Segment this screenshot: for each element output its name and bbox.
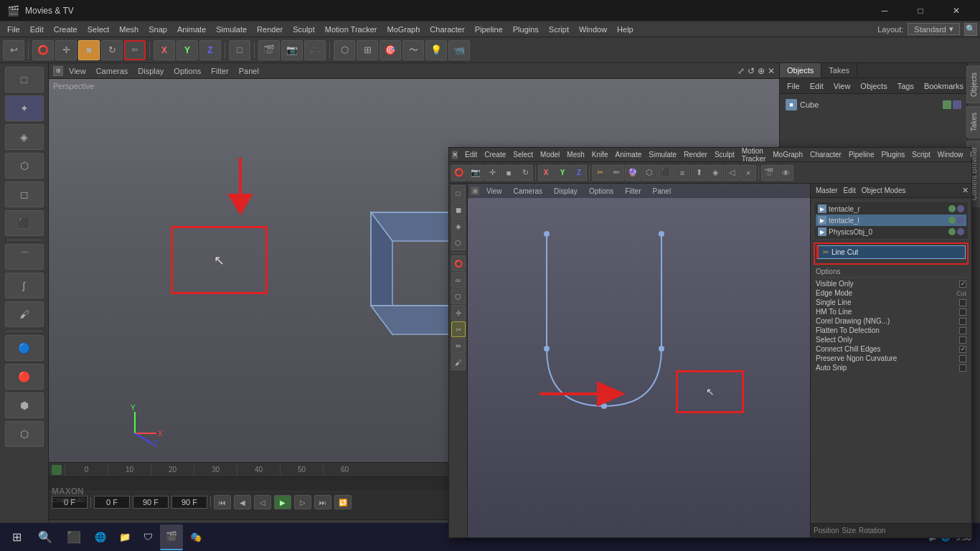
taskbar-movies[interactable]: 🎬 [160, 524, 183, 550]
viewport-grid-icon[interactable]: ⊞ [53, 66, 63, 76]
ov-sculpt[interactable]: Sculpt [712, 150, 738, 159]
rp-file[interactable]: File [783, 80, 804, 92]
object-visibility-dot[interactable] [943, 100, 951, 109]
cube-object-item[interactable]: ■ Cube [783, 97, 964, 113]
go-end-button[interactable]: ⏭ [314, 495, 331, 509]
ov-window[interactable]: Window [935, 150, 966, 159]
spline-button[interactable]: ∫ [5, 273, 44, 298]
opt-corel[interactable]: Corel Drawing (NNG...) [814, 316, 969, 326]
viewport-maximize-button[interactable]: ⊕ [758, 66, 765, 76]
or-render-dot-p[interactable] [957, 228, 964, 235]
line-cut-item[interactable]: ✂ Line Cut [816, 245, 966, 259]
ov-tb-scale[interactable]: ■ [501, 165, 517, 181]
ov-tb-bevel[interactable]: ◈ [707, 165, 723, 181]
ov-tb-fill[interactable]: ⬛ [658, 165, 674, 181]
light-button[interactable]: 💡 [425, 40, 447, 60]
play-button[interactable]: ▶ [274, 495, 291, 509]
ov-tb-rotate[interactable]: ↻ [517, 165, 533, 181]
ov-lt-lasso[interactable]: ∞ [451, 272, 466, 288]
opt-visible-only[interactable]: Visible Only ✓ [814, 279, 969, 288]
edge-mode-button[interactable]: ◈ [5, 124, 44, 150]
paint-button[interactable]: 🔴 [5, 364, 44, 390]
go-start-button[interactable]: ⏮ [214, 495, 231, 509]
object-render-dot[interactable] [953, 100, 961, 109]
vtab-takes[interactable]: Takes [966, 106, 980, 138]
polygon-mode-button[interactable]: ✦ [5, 95, 44, 121]
rp-tags[interactable]: Tags [893, 80, 918, 92]
ov-tb-z[interactable]: Z [571, 165, 587, 181]
menu-snap[interactable]: Snap [144, 24, 171, 35]
ov-animate[interactable]: Animate [613, 150, 645, 159]
menu-animate[interactable]: Animate [173, 24, 210, 35]
ov-tb-render[interactable]: 🎬 [761, 165, 777, 181]
deform-button[interactable]: 〜 [402, 40, 424, 60]
scale-tool-button[interactable]: ■ [78, 40, 100, 60]
snap-button[interactable]: 🎯 [380, 40, 401, 60]
end-frame-display[interactable]: 90 F [133, 496, 169, 509]
ov-vp-grid-icon[interactable]: ⊞ [471, 187, 479, 195]
overlay-close-icon[interactable]: ✕ [452, 151, 458, 159]
ov-tb-bridge[interactable]: ≡ [674, 165, 690, 181]
opt-preserve-ngon[interactable]: Preserve Ngon Curvature [814, 354, 969, 363]
or-object-modes[interactable]: Object Modes [859, 186, 908, 195]
opt-edge-mode[interactable]: Edge Mode Cut [814, 288, 969, 298]
ov-tb-pen[interactable]: ✏ [608, 165, 624, 181]
opt-flatten[interactable]: Flatten To Defection [814, 326, 969, 335]
viewport-options[interactable]: Options [169, 65, 205, 77]
ov-lt-edge[interactable]: ◈ [451, 218, 466, 234]
viewport-panel[interactable]: Panel [235, 65, 263, 77]
menu-create[interactable]: Create [50, 24, 82, 35]
ov-lt-move[interactable]: ✛ [451, 305, 466, 321]
ov-tb-camera[interactable]: 📷 [468, 165, 484, 181]
menu-edit[interactable]: Edit [26, 24, 48, 35]
preview-end-frame-display[interactable]: 90 F [171, 496, 207, 509]
or-vis-dot-p[interactable] [948, 228, 956, 235]
menu-mograph[interactable]: MoGraph [382, 24, 424, 35]
menu-help[interactable]: Help [613, 24, 638, 35]
ov-vp-view[interactable]: View [482, 186, 507, 197]
x-axis-button[interactable]: X [154, 40, 175, 60]
taskbar-shield[interactable]: 🛡 [138, 524, 159, 550]
or-vis-dot-r[interactable] [948, 205, 956, 212]
layout-dropdown[interactable]: Standard ▾ [908, 23, 960, 35]
menu-select[interactable]: Select [83, 24, 114, 35]
ov-mesh[interactable]: Mesh [564, 150, 587, 159]
ov-vp-panel[interactable]: Panel [649, 186, 676, 197]
ov-tb-extrude[interactable]: ⬆ [691, 165, 707, 181]
ov-script[interactable]: Script [909, 150, 933, 159]
ov-lt-poly[interactable]: ⬡ [451, 288, 466, 304]
opt-connect-chill[interactable]: Connect Chill Edges ✓ [814, 344, 969, 354]
close-button[interactable]: ✕ [940, 0, 973, 22]
rp-objects[interactable]: Objects [856, 80, 891, 92]
tab-objects[interactable]: Objects [780, 63, 821, 77]
ov-create[interactable]: Create [481, 150, 509, 159]
sculpt-lt-button[interactable]: 🔵 [5, 335, 44, 361]
active-tool-button[interactable]: ✄ [124, 40, 146, 60]
task-view-button[interactable]: ⬛ [60, 524, 88, 550]
taskbar-edge[interactable]: 🌐 [89, 524, 112, 550]
timeline-record-button[interactable] [52, 465, 62, 475]
viewport-shading-button[interactable]: ⬡ [334, 40, 355, 60]
render-button[interactable]: 🎬 [258, 40, 280, 60]
grid-button[interactable]: ⊞ [357, 40, 378, 60]
ov-lt-select[interactable]: ⭕ [451, 255, 466, 271]
ov-lt-pen[interactable]: ✏ [451, 338, 466, 354]
maximize-button[interactable]: □ [904, 0, 937, 22]
ov-simulate[interactable]: Simulate [646, 150, 679, 159]
ov-vp-options[interactable]: Options [585, 186, 618, 197]
ov-mograph[interactable]: MoGraph [770, 150, 806, 159]
ov-lt-point[interactable]: ⬡ [451, 235, 466, 250]
nurbs-mode-button[interactable]: ◻ [5, 182, 44, 207]
opt-single-line[interactable]: Single Line [814, 298, 969, 307]
menu-script[interactable]: Script [545, 24, 573, 35]
or-close-icon[interactable]: ✕ [962, 186, 969, 195]
ov-lt-object[interactable]: □ [451, 185, 466, 201]
or-edit[interactable]: Edit [842, 186, 858, 195]
ov-tb-magnet[interactable]: 🔮 [625, 165, 641, 181]
select-tool-button[interactable]: ⭕ [32, 40, 54, 60]
or-master[interactable]: Master [814, 186, 840, 195]
menu-character[interactable]: Character [425, 24, 468, 35]
ov-tb-slide[interactable]: ◁ [724, 165, 740, 181]
y-axis-button[interactable]: Y [176, 40, 198, 60]
ov-motion-tracker[interactable]: Motion Tracker [739, 147, 769, 164]
